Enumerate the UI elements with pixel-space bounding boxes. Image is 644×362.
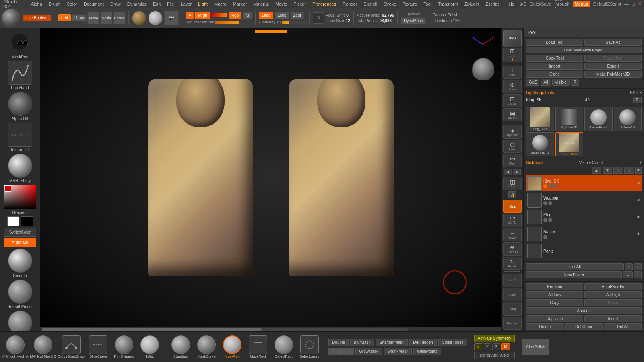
scroll-btn[interactable]: ↕ Scroll xyxy=(503,66,522,79)
rgb-btn[interactable]: Rgb xyxy=(229,12,242,19)
tool-thumb-sphere3d[interactable]: Sphere3D xyxy=(614,107,642,131)
tool-maskcurve[interactable]: MaskCurve xyxy=(194,335,219,358)
tool-mahcut-b[interactable]: MAHcut Mech B xyxy=(30,335,56,358)
copy-subtool-btn[interactable]: Copy xyxy=(526,299,583,306)
clay-polish-btn[interactable]: ClayPolish xyxy=(522,339,549,355)
menu-document[interactable]: Document xyxy=(83,1,105,7)
folder-up-btn[interactable]: ↑ xyxy=(625,263,633,270)
tool-curvestrap[interactable]: CurveStrapSnap xyxy=(58,335,85,358)
subtool-eye-bracer[interactable]: 👁 xyxy=(637,232,640,236)
actual-btn[interactable]: ⊡ Actual xyxy=(503,94,522,107)
menu-color[interactable]: Color xyxy=(66,1,78,7)
load-tool-btn[interactable]: Load Tool xyxy=(526,39,583,46)
transp-btn[interactable]: Transp xyxy=(503,302,522,315)
rgb-intensity-slider[interactable] xyxy=(215,21,239,24)
subtool-item-king-sk[interactable]: King_SK 👁 xyxy=(526,175,642,191)
brush-smooth-valleys[interactable]: SmoothValleys xyxy=(2,311,38,331)
menu-marker[interactable]: Marker xyxy=(232,1,248,7)
shrink-mask-btn[interactable]: ShrinkMask xyxy=(384,348,412,355)
delete-btn[interactable]: Delete xyxy=(526,323,564,330)
maximize-btn[interactable]: □ xyxy=(632,2,635,6)
menu-zscript[interactable]: Zscript xyxy=(484,1,500,7)
persp-btn[interactable]: ⬡ Persp xyxy=(503,140,522,153)
floor-left-arrow[interactable]: ◀ xyxy=(504,169,512,175)
horizontal-scrollbar[interactable] xyxy=(40,327,501,331)
new-folder-btn[interactable]: New Folder xyxy=(526,272,622,278)
grow-mask-btn[interactable]: GrowMask xyxy=(355,348,382,355)
rgb-slider[interactable] xyxy=(211,13,227,17)
blur-mask-btn[interactable]: BlurMask xyxy=(350,339,374,346)
aahalf-btn[interactable]: ▣ AAHalf xyxy=(503,108,522,121)
black-swatch[interactable] xyxy=(21,216,33,226)
menu-render[interactable]: Render xyxy=(341,1,358,7)
quicksave-btn[interactable]: QuickSave xyxy=(530,2,551,6)
zoom-btn[interactable]: ⊕ Zoom xyxy=(503,80,522,93)
subtool-vis-btn[interactable]: 👁 xyxy=(635,167,642,174)
menus-button[interactable]: Menus xyxy=(573,1,590,7)
menu-edit[interactable]: Edit xyxy=(152,1,162,7)
white-swatch[interactable] xyxy=(7,216,19,226)
brush-smooth[interactable]: Smooth xyxy=(2,249,38,278)
king-sk-r-btn[interactable]: R xyxy=(633,97,642,103)
sym-m-btn[interactable]: M xyxy=(501,343,510,350)
menu-macro[interactable]: Macro xyxy=(213,1,228,7)
dynamic2-btn[interactable]: Dynamic xyxy=(503,317,522,330)
sym-z-btn[interactable]: Z xyxy=(492,343,500,350)
double-btn[interactable]: Double xyxy=(328,339,349,346)
default-zscript[interactable]: DefaultZScript xyxy=(593,2,621,6)
tool-standard[interactable]: Standard xyxy=(169,335,193,358)
alternate-btn[interactable]: Alternate xyxy=(4,238,36,247)
menu-material[interactable]: Material xyxy=(252,1,270,7)
switch-color-btn[interactable]: SwitchColor xyxy=(4,228,36,237)
make-polymesh-btn[interactable]: Make PolyMesh3D xyxy=(584,71,642,78)
menu-help[interactable]: Help xyxy=(504,1,516,7)
rename-btn[interactable]: Rename xyxy=(526,283,583,290)
tool-thumb-sphere3d-1[interactable]: Sphere3D_1 xyxy=(526,132,554,156)
lightbox-label[interactable]: Lightbox▶Tools xyxy=(526,90,554,95)
edit-btn[interactable]: Edit xyxy=(58,14,71,21)
del-hidden-btn[interactable]: Del Hidden xyxy=(409,339,436,346)
live-boolean-btn[interactable]: Live Boolean xyxy=(23,14,52,21)
polyf-btn[interactable]: PolyF xyxy=(503,288,522,301)
z-intensity-slider[interactable] xyxy=(282,21,306,24)
minimize-btn[interactable]: — xyxy=(624,2,629,6)
del-other-btn[interactable]: Del Other xyxy=(565,323,603,330)
tool-maskrect[interactable]: MaskRect xyxy=(246,335,270,358)
mirror-weld-btn[interactable]: Mirror And Weld xyxy=(474,352,515,359)
tool-maskpen-active[interactable]: MaskPen xyxy=(220,335,244,358)
tool-thumb-cylinder[interactable]: Cylinder3D xyxy=(555,107,584,131)
tool-thumb-king-sk[interactable]: King_SK King_SK 5 xyxy=(526,107,554,131)
export-btn[interactable]: Export xyxy=(584,63,642,70)
brush-preview[interactable] xyxy=(2,8,21,28)
floor-btn[interactable]: ▭ Floor xyxy=(503,154,522,167)
alpha-off[interactable]: Alpha Off xyxy=(2,92,38,121)
menu-texture[interactable]: Texture xyxy=(401,1,418,7)
xyz-btn[interactable]: Xyz xyxy=(503,200,522,213)
close-btn[interactable]: ✕ xyxy=(638,1,642,6)
scroll-thumb[interactable] xyxy=(42,328,262,331)
menu-alpha[interactable]: Alpha xyxy=(30,1,43,7)
menu-zplugin[interactable]: Zplugin xyxy=(463,1,480,7)
move-icon[interactable]: Move xyxy=(87,12,99,24)
spix-btn[interactable]: ⊞ SPix 3 xyxy=(503,48,522,62)
sharpen-mask-btn[interactable]: SharpenMask xyxy=(376,339,408,346)
list-all-btn[interactable]: List All xyxy=(526,263,624,270)
copy-tool-btn[interactable]: Copy Tool xyxy=(526,55,583,62)
material-sphere[interactable]: MAH_Shiny xyxy=(2,154,38,183)
mrgb-toggle[interactable]: Mrgb xyxy=(195,12,210,19)
tool-slicecurve[interactable]: SliceCurve xyxy=(86,335,110,358)
subtool-down-btn[interactable]: ▼ xyxy=(603,167,612,174)
all-low-btn[interactable]: All Low xyxy=(526,291,583,298)
frame-btn[interactable]: ⬚ Frame xyxy=(503,214,522,227)
tool-thumb-king-sk-2[interactable]: King_SK King_SK 5 xyxy=(555,132,584,156)
folder-right-btn[interactable]: → xyxy=(623,272,633,278)
clone-btn[interactable]: Clone xyxy=(526,71,583,78)
sym-x-btn[interactable]: X xyxy=(474,343,483,350)
paste-subtool-btn[interactable]: Paste xyxy=(584,299,642,306)
paste-tool-btn[interactable]: Paste Tool xyxy=(584,55,642,62)
import-btn[interactable]: Import xyxy=(526,63,583,70)
rotate-icon[interactable]: Rotate xyxy=(113,12,125,24)
texture-off[interactable]: No Texture Texture Off xyxy=(2,123,38,152)
menu-tool[interactable]: Tool xyxy=(422,1,433,7)
load-tools-project-btn[interactable]: Load Tools From Project xyxy=(526,47,642,53)
